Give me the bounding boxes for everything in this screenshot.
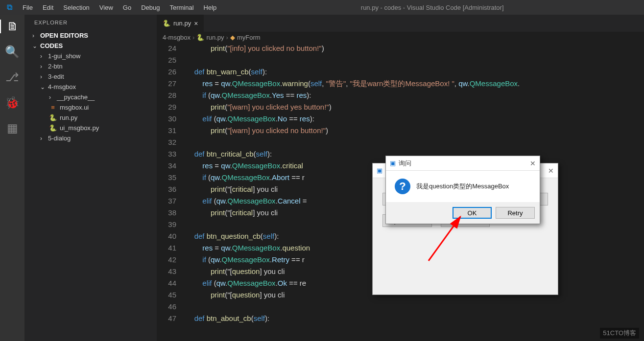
messagebox-text: 我是question类型的MessageBox [416, 182, 509, 191]
python-file-icon: 🐍 [196, 34, 204, 41]
menu-go[interactable]: Go [119, 4, 135, 11]
folder-4-msgbox[interactable]: ⌄4-msgbox [28, 82, 157, 92]
menu-selection[interactable]: Selection [59, 4, 93, 11]
messagebox-titlebar[interactable]: ▣询问 ✕ [386, 156, 540, 171]
python-file-icon: 🐍 [49, 124, 57, 132]
search-icon[interactable]: 🔍 [5, 45, 20, 59]
explorer-sidebar: EXPLORER ›OPEN EDITORS ⌄CODES ›1-gui_sho… [24, 15, 157, 341]
folder-pycache[interactable]: ›__pycache__ [28, 92, 157, 102]
folder-1-gui-show[interactable]: ›1-gui_show [28, 51, 157, 61]
close-icon[interactable]: ✕ [530, 159, 536, 167]
python-file-icon: 🐍 [163, 20, 170, 27]
menu-help[interactable]: Help [200, 4, 221, 11]
messagebox-dialog: ▣询问 ✕ ? 我是question类型的MessageBox OK Retry [385, 156, 540, 224]
menubar: File Edit Selection View Go Debug Termin… [19, 4, 220, 11]
breadcrumb-file[interactable]: run.py [206, 34, 224, 41]
debug-icon[interactable]: 🐞 [5, 96, 20, 110]
question-icon: ? [395, 179, 410, 194]
explorer-icon[interactable]: 🗎 [0, 20, 24, 33]
extensions-icon[interactable]: ▦ [7, 121, 18, 135]
tab-label: run.py [173, 20, 191, 27]
class-icon: ◆ [230, 34, 235, 41]
workspace-root[interactable]: ⌄CODES [28, 41, 157, 51]
file-ui-msgbox-py[interactable]: 🐍ui_msgbox.py [28, 123, 157, 133]
watermark: 51CTO博客 [600, 328, 639, 339]
menu-debug[interactable]: Debug [137, 4, 164, 11]
python-file-icon: 🐍 [49, 114, 57, 121]
menu-terminal[interactable]: Terminal [166, 4, 197, 11]
folder-5-dialog[interactable]: ›5-dialog [28, 133, 157, 143]
retry-button[interactable]: Retry [496, 207, 535, 219]
tab-run-py[interactable]: 🐍 run.py × [157, 15, 204, 32]
open-editors-label: OPEN EDITORS [40, 32, 88, 39]
window-title: run.py - codes - Visual Studio Code [Adm… [220, 4, 644, 11]
close-icon[interactable]: × [194, 20, 198, 27]
menu-file[interactable]: File [19, 4, 37, 11]
workspace-root-label: CODES [40, 42, 63, 49]
file-msgbox-ui[interactable]: ≡msgbox.ui [28, 102, 157, 113]
ok-button[interactable]: OK [453, 207, 492, 219]
window-titlebar: ⧉ File Edit Selection View Go Debug Term… [0, 0, 644, 15]
file-run-py[interactable]: 🐍run.py [28, 113, 157, 123]
dialog-icon: ▣ [390, 159, 396, 167]
menu-view[interactable]: View [95, 4, 117, 11]
folder-3-edit[interactable]: ›3-edit [28, 71, 157, 82]
ui-file-icon: ≡ [49, 104, 57, 111]
editor-tabs: 🐍 run.py × [157, 15, 644, 32]
messagebox-title: 询问 [399, 159, 411, 168]
vscode-logo-icon: ⧉ [0, 3, 19, 12]
open-editors-section[interactable]: ›OPEN EDITORS [28, 30, 157, 41]
breadcrumb[interactable]: 4-msgbox› 🐍run.py› ◆myForm [157, 32, 644, 43]
breadcrumb-symbol[interactable]: myForm [237, 34, 261, 41]
activity-bar: 🗎 🔍 ⎇ 🐞 ▦ [0, 15, 24, 341]
folder-2-btn[interactable]: ›2-btn [28, 61, 157, 71]
explorer-title: EXPLORER [24, 15, 157, 30]
git-icon[interactable]: ⎇ [5, 70, 19, 84]
line-numbers: 2425262728293031323334353637383940414243… [157, 43, 186, 324]
breadcrumb-folder[interactable]: 4-msgbox [163, 34, 191, 41]
menu-edit[interactable]: Edit [39, 4, 57, 11]
app-window-icon: ▣ [377, 167, 382, 174]
close-icon[interactable]: ✕ [548, 167, 554, 175]
